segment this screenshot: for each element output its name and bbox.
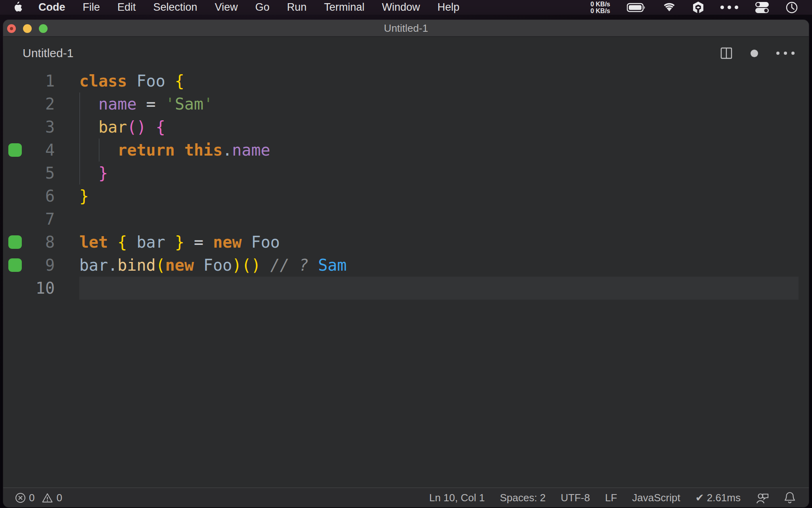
macos-menu-bar: CodeFileEditSelectionViewGoRunTerminalWi… [0,0,812,15]
code-line-3[interactable]: 3 bar() { [3,115,809,139]
more-menu-icon[interactable] [720,6,738,9]
code-text: class Foo { [79,69,184,92]
menu-edit[interactable]: Edit [117,1,136,13]
notifications-bell-icon[interactable] [784,491,795,504]
code-line-5[interactable]: 5 } [3,162,809,185]
status-bar: 0 0 Ln 10, Col 1Spaces: 2UTF-8LFJavaScri… [3,487,809,507]
menu-view[interactable]: View [215,1,238,13]
code-line-6[interactable]: 6} [3,185,809,208]
battery-icon[interactable] [627,3,646,12]
status-indentation[interactable]: Spaces: 2 [500,492,546,504]
code-text: } [79,185,89,208]
window-title: Untitled-1 [3,20,809,37]
menu-selection[interactable]: Selection [153,1,197,13]
close-button[interactable] [7,24,16,33]
editor-header: Untitled-1 [3,37,809,69]
status-language-mode[interactable]: JavaScript [632,492,680,504]
line-number[interactable]: 6 [3,185,55,208]
status-eol[interactable]: LF [605,492,617,504]
menu-go[interactable]: Go [255,1,270,13]
line-number[interactable]: 2 [3,92,55,115]
code-text: bar() { [79,115,165,139]
code-text: bar.bind(new Foo)() // ? Sam [79,254,347,277]
code-text: let { bar } = new Foo [79,231,280,254]
menu-terminal[interactable]: Terminal [324,1,364,13]
vscode-window: Untitled-1 Untitled-1 1class Foo {2 name… [3,20,809,507]
unsaved-changes-dot-icon[interactable] [751,50,758,57]
code-text: } [79,162,108,185]
status-cursor-position[interactable]: Ln 10, Col 1 [429,492,485,504]
menu-code[interactable]: Code [38,1,65,13]
apple-menu-icon[interactable] [13,2,23,13]
clock-icon[interactable] [786,2,798,13]
wifi-icon[interactable] [663,2,676,13]
menu-file[interactable]: File [83,1,100,13]
line-number[interactable]: 7 [3,208,55,231]
error-icon [15,493,26,503]
code-line-8[interactable]: 8let { bar } = new Foo [3,231,809,254]
window-title-bar[interactable]: Untitled-1 [3,20,809,37]
line-number[interactable]: 3 [3,115,55,139]
tab-untitled-1[interactable]: Untitled-1 [23,37,73,69]
menu-run[interactable]: Run [287,1,307,13]
split-editor-icon[interactable] [720,47,732,59]
warning-icon [42,493,53,503]
network-speed-indicator[interactable]: 0 KB/s 0 KB/s [590,1,610,14]
code-line-9[interactable]: 9bar.bind(new Foo)() // ? Sam [3,254,809,277]
status-encoding[interactable]: UTF-8 [561,492,590,504]
line-number[interactable]: 10 [3,277,55,300]
line-number[interactable]: 9 [3,254,55,277]
zoom-button[interactable] [39,24,48,33]
menubar-app-icon[interactable] [693,2,704,13]
line-number[interactable]: 1 [3,69,55,92]
more-actions-icon[interactable] [776,52,795,55]
code-line-10[interactable]: 10 [3,277,809,300]
code-line-1[interactable]: 1class Foo { [3,69,809,92]
line-number[interactable]: 4 [3,139,55,162]
menu-window[interactable]: Window [382,1,420,13]
code-line-2[interactable]: 2 name = 'Sam' [3,92,809,115]
code-text: return this.name [79,139,270,162]
code-editor[interactable]: 1class Foo {2 name = 'Sam'3 bar() {4 ret… [3,69,809,487]
minimize-button[interactable] [23,24,32,33]
warning-count: 0 [56,492,62,504]
error-count: 0 [29,492,34,504]
code-line-4[interactable]: 4 return this.name [3,139,809,162]
status-quokka-time[interactable]: ✔ 2.61ms [695,492,741,504]
problems-indicator[interactable]: 0 0 [15,492,62,504]
control-center-icon[interactable] [755,2,769,13]
feedback-icon[interactable] [756,491,769,504]
menu-items: CodeFileEditSelectionViewGoRunTerminalWi… [38,1,460,13]
code-text: name = 'Sam' [79,92,213,115]
line-number[interactable]: 5 [3,162,55,185]
line-number[interactable]: 8 [3,231,55,254]
code-line-7[interactable]: 7 [3,208,809,231]
menu-help[interactable]: Help [437,1,460,13]
